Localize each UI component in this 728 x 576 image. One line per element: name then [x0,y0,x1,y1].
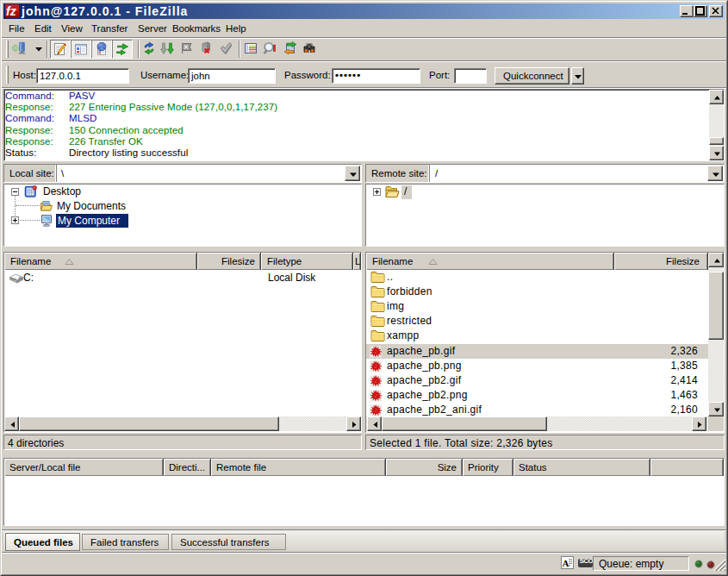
svg-text:fz: fz [6,4,16,18]
